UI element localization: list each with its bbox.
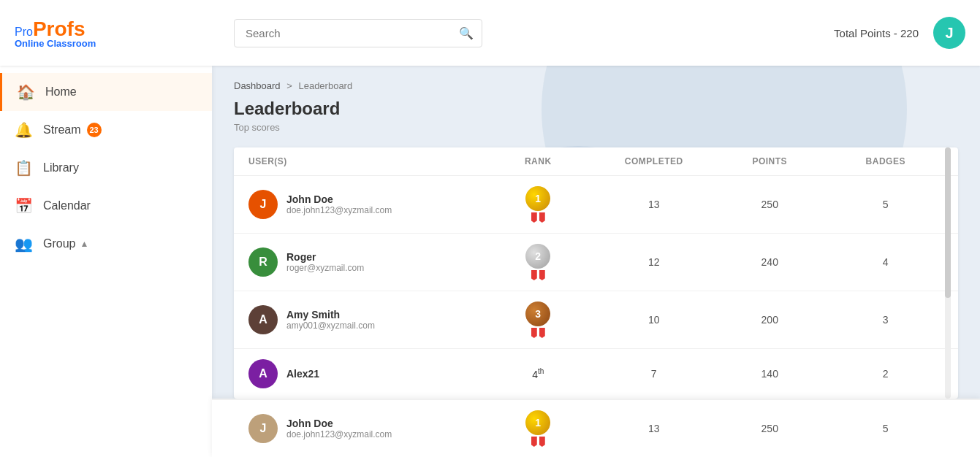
ribbon-right xyxy=(539,270,545,280)
user-name: Roger xyxy=(286,251,364,263)
rank-cell: 3 xyxy=(480,302,596,338)
badges-value: 4 xyxy=(828,256,944,268)
page-subtitle: Top scores xyxy=(234,122,958,133)
col-header-users: USER(S) xyxy=(248,156,480,166)
medal-circle: 2 xyxy=(525,244,550,269)
pinned-badges: 5 xyxy=(828,423,944,434)
sidebar-label-calendar: Calendar xyxy=(43,199,91,212)
ribbon-right xyxy=(539,437,545,447)
points-value: 200 xyxy=(712,314,828,326)
header: ProProfs Online Classroom 🔍 Total Points… xyxy=(0,0,980,66)
pinned-medal-circle: 1 xyxy=(525,410,550,435)
sidebar-label-library: Library xyxy=(43,161,79,174)
pinned-completed: 13 xyxy=(596,423,713,434)
completed-value: 7 xyxy=(596,368,713,380)
user-info: John Doe doe.john123@xyzmail.com xyxy=(286,193,392,215)
user-cell: R Roger roger@xyzmail.com xyxy=(248,247,480,277)
col-header-points: POINTS xyxy=(712,156,828,166)
home-icon: 🏠 xyxy=(17,83,35,101)
scroll-track xyxy=(945,147,951,399)
logo-subtitle: Online Classroom xyxy=(15,38,146,49)
library-icon: 📋 xyxy=(15,159,33,177)
user-name: John Doe xyxy=(286,193,392,205)
scroll-thumb xyxy=(945,147,951,298)
logo: ProProfs Online Classroom xyxy=(15,18,146,49)
breadcrumb-dashboard[interactable]: Dashboard xyxy=(234,80,281,91)
sidebar-item-group[interactable]: 👥 Group ▲ xyxy=(0,225,212,263)
pinned-avatar: J xyxy=(248,414,278,443)
pinned-medal-ribbon xyxy=(531,437,545,447)
medal-ribbon xyxy=(531,328,545,338)
user-name: Amy Smith xyxy=(286,309,375,320)
leaderboard-table: USER(S) RANK COMPLETED POINTS BADGES J J… xyxy=(234,147,958,399)
col-header-rank: RANK xyxy=(480,156,596,166)
group-chevron-icon: ▲ xyxy=(80,239,88,249)
user-name: Alex21 xyxy=(286,368,319,380)
group-icon: 👥 xyxy=(15,235,33,253)
search-icon: 🔍 xyxy=(459,26,474,40)
rank-cell: 2 xyxy=(480,244,596,280)
col-header-badges: BADGES xyxy=(828,156,944,166)
medal-gold: 1 xyxy=(523,186,552,223)
stream-icon: 🔔 xyxy=(15,121,33,139)
table-row: A Amy Smith amy001@xyzmail.com 3 10 200 … xyxy=(234,291,958,349)
pinned-points: 250 xyxy=(712,423,828,434)
rank-text-4: 4th xyxy=(532,367,544,380)
sidebar-item-stream[interactable]: 🔔 Stream 23 xyxy=(0,111,212,149)
badges-value: 5 xyxy=(828,199,944,210)
search-input[interactable] xyxy=(234,19,482,47)
breadcrumb-separator: > xyxy=(286,80,295,91)
rank-cell: 1 xyxy=(480,186,596,223)
pinned-rank-cell: 1 xyxy=(480,410,596,447)
ribbon-left xyxy=(531,437,537,447)
user-cell: J John Doe doe.john123@xyzmail.com xyxy=(248,190,480,219)
medal-circle: 1 xyxy=(525,186,550,211)
page-title: Leaderboard xyxy=(234,99,958,119)
completed-value: 13 xyxy=(596,199,713,210)
user-avatar-header[interactable]: J xyxy=(933,17,965,49)
search-bar: 🔍 xyxy=(234,19,482,47)
sidebar: 🏠 Home 🔔 Stream 23 📋 Library 📅 Calendar … xyxy=(0,66,212,457)
table-header: USER(S) RANK COMPLETED POINTS BADGES xyxy=(234,147,958,176)
ribbon-left xyxy=(531,328,537,338)
medal-silver: 2 xyxy=(523,244,552,280)
sidebar-item-home[interactable]: 🏠 Home xyxy=(0,73,212,111)
sidebar-item-calendar[interactable]: 📅 Calendar xyxy=(0,187,212,225)
badges-value: 2 xyxy=(828,368,944,380)
ribbon-left xyxy=(531,212,537,223)
rank-sup: th xyxy=(538,367,544,375)
pinned-row: J John Doe doe.john123@xyzmail.com 1 13 … xyxy=(212,399,980,457)
scrollbar[interactable] xyxy=(945,147,951,399)
table-row: R Roger roger@xyzmail.com 2 12 240 4 xyxy=(234,234,958,291)
breadcrumb-current: Leaderboard xyxy=(298,80,352,91)
avatar: A xyxy=(248,305,278,334)
medal-circle: 3 xyxy=(525,302,550,326)
logo-profs-text: Profs xyxy=(33,18,86,40)
user-email: doe.john123@xyzmail.com xyxy=(286,205,392,215)
logo-pro-text: Pro xyxy=(15,26,33,38)
avatar: A xyxy=(248,359,278,388)
total-points: Total Points - 220 xyxy=(834,27,919,39)
avatar: R xyxy=(248,247,278,277)
breadcrumb: Dashboard > Leaderboard xyxy=(234,80,958,91)
points-value: 240 xyxy=(712,256,828,268)
pinned-user-email: doe.john123@xyzmail.com xyxy=(286,429,392,439)
col-header-completed: COMPLETED xyxy=(596,156,713,166)
user-email: roger@xyzmail.com xyxy=(286,263,364,273)
user-email: amy001@xyzmail.com xyxy=(286,320,375,331)
sidebar-label-group: Group xyxy=(43,237,75,250)
medal-ribbon xyxy=(531,212,545,223)
user-info: Roger roger@xyzmail.com xyxy=(286,251,364,273)
header-right: Total Points - 220 J xyxy=(834,17,965,49)
table-row: J John Doe doe.john123@xyzmail.com 1 13 … xyxy=(234,176,958,234)
completed-value: 12 xyxy=(596,256,713,268)
ribbon-left xyxy=(531,270,537,280)
stream-badge: 23 xyxy=(87,123,102,137)
user-cell: A Amy Smith amy001@xyzmail.com xyxy=(248,305,480,334)
rank-cell: 4th xyxy=(480,367,596,380)
sidebar-item-library[interactable]: 📋 Library xyxy=(0,149,212,187)
ribbon-right xyxy=(539,328,545,338)
medal-ribbon xyxy=(531,270,545,280)
pinned-user-cell: J John Doe doe.john123@xyzmail.com xyxy=(248,414,480,443)
medal-bronze: 3 xyxy=(523,302,552,338)
